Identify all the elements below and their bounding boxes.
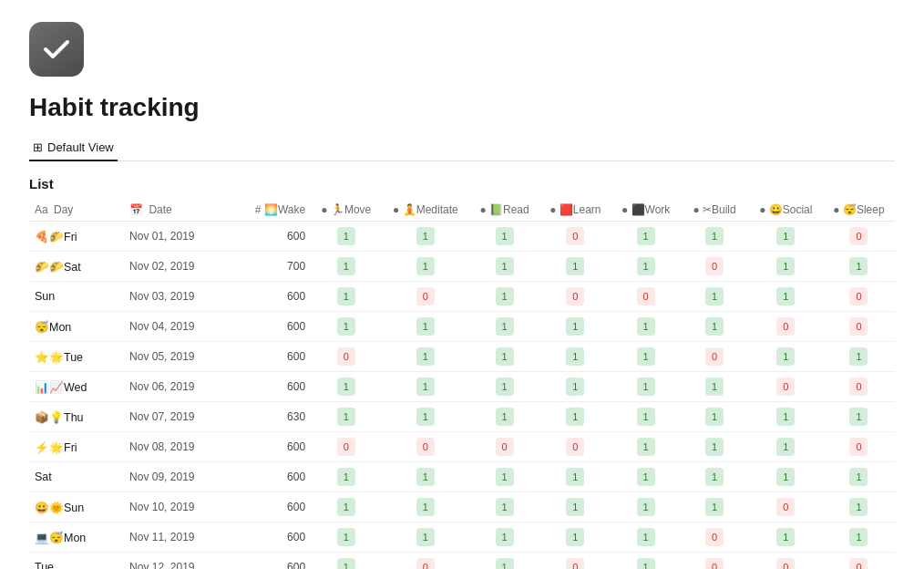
learn-badge: 1 bbox=[566, 347, 584, 366]
cell-move: 1 bbox=[311, 252, 381, 282]
work-badge: 1 bbox=[637, 528, 655, 546]
cell-sleep: 1 bbox=[823, 252, 895, 282]
table-header: Aa Day 📅 Date # 🌅Wake ● 🏃Move ● 🧘Meditat… bbox=[29, 199, 895, 222]
col-header-work: ● ⬛Work bbox=[611, 199, 681, 222]
cell-wake: 600 bbox=[240, 372, 311, 402]
col-header-sleep: ● 😴Sleep bbox=[823, 199, 895, 222]
cell-work: 1 bbox=[611, 252, 681, 282]
cell-move: 1 bbox=[311, 312, 381, 342]
cell-work: 1 bbox=[611, 312, 681, 342]
meditate-badge: 1 bbox=[416, 408, 435, 426]
cell-read: 1 bbox=[469, 282, 539, 312]
cell-work: 1 bbox=[611, 402, 681, 432]
list-header: List bbox=[29, 176, 895, 191]
table-row: 📊📈Wed Nov 06, 2019 600 1 1 1 1 bbox=[29, 372, 895, 402]
cell-work: 1 bbox=[611, 432, 681, 462]
build-badge: 1 bbox=[705, 468, 724, 486]
cell-learn: 1 bbox=[539, 492, 611, 522]
read-badge: 1 bbox=[496, 558, 514, 569]
meditate-badge: 1 bbox=[416, 227, 435, 245]
cell-sleep: 0 bbox=[823, 222, 895, 252]
table-body: 🍕🌮Fri Nov 01, 2019 600 1 1 1 0 bbox=[29, 222, 895, 570]
cell-wake: 600 bbox=[240, 553, 311, 570]
cell-build: 1 bbox=[680, 372, 748, 402]
build-badge: 0 bbox=[705, 257, 724, 275]
cell-meditate: 0 bbox=[382, 282, 470, 312]
cell-work: 0 bbox=[611, 282, 681, 312]
col-header-move: ● 🏃Move bbox=[311, 199, 381, 222]
cell-move: 1 bbox=[311, 372, 381, 402]
learn-badge: 1 bbox=[566, 257, 584, 275]
work-badge: 1 bbox=[637, 438, 655, 456]
cell-work: 1 bbox=[611, 553, 681, 570]
learn-badge: 1 bbox=[566, 317, 584, 336]
view-tab-label: Default View bbox=[47, 140, 114, 154]
cell-date: Nov 08, 2019 bbox=[124, 432, 240, 462]
cell-day: Sun bbox=[29, 282, 124, 312]
sleep-badge: 0 bbox=[849, 378, 868, 396]
cell-sleep: 0 bbox=[823, 282, 895, 312]
app-icon bbox=[29, 22, 84, 77]
cell-day: Sat bbox=[29, 462, 124, 492]
cell-learn: 1 bbox=[539, 312, 611, 342]
work-badge: 1 bbox=[637, 408, 655, 426]
cell-day: ⚡🌟Fri bbox=[29, 432, 124, 462]
move-badge: 1 bbox=[337, 287, 355, 305]
read-badge: 0 bbox=[496, 438, 514, 456]
work-badge: 1 bbox=[637, 227, 655, 245]
default-view-tab[interactable]: ⊞ Default View bbox=[29, 135, 118, 161]
cell-sleep: 0 bbox=[823, 312, 895, 342]
cell-day: ⭐🌟Tue bbox=[29, 342, 124, 372]
table-row: 😴Mon Nov 04, 2019 600 1 1 1 1 bbox=[29, 312, 895, 342]
cell-meditate: 1 bbox=[382, 312, 470, 342]
cell-date: Nov 09, 2019 bbox=[124, 462, 240, 492]
cell-read: 1 bbox=[469, 222, 539, 252]
table-row: Sun Nov 03, 2019 600 1 0 1 0 bbox=[29, 282, 895, 312]
build-badge: 1 bbox=[705, 227, 724, 245]
cell-build: 1 bbox=[680, 402, 748, 432]
cell-build: 1 bbox=[680, 462, 748, 492]
learn-badge: 1 bbox=[566, 528, 584, 546]
cell-work: 1 bbox=[611, 372, 681, 402]
col-header-read: ● 📗Read bbox=[469, 199, 539, 222]
cell-learn: 1 bbox=[539, 372, 611, 402]
cell-move: 1 bbox=[311, 282, 381, 312]
meditate-badge: 1 bbox=[416, 498, 435, 516]
sleep-badge: 0 bbox=[849, 287, 868, 305]
cell-sleep: 1 bbox=[823, 342, 895, 372]
col-header-wake: # 🌅Wake bbox=[240, 199, 311, 222]
table-row: ⚡🌟Fri Nov 08, 2019 600 0 0 0 0 bbox=[29, 432, 895, 462]
learn-badge: 0 bbox=[566, 558, 584, 569]
cell-read: 1 bbox=[469, 312, 539, 342]
build-badge: 0 bbox=[705, 347, 724, 366]
cell-meditate: 1 bbox=[382, 402, 470, 432]
meditate-badge: 1 bbox=[416, 528, 435, 546]
move-badge: 1 bbox=[337, 528, 355, 546]
cell-learn: 0 bbox=[539, 222, 611, 252]
move-badge: 1 bbox=[337, 558, 355, 569]
cell-wake: 600 bbox=[240, 432, 311, 462]
cell-social: 1 bbox=[749, 432, 823, 462]
cell-move: 0 bbox=[311, 342, 381, 372]
table-row: ⭐🌟Tue Nov 05, 2019 600 0 1 1 1 bbox=[29, 342, 895, 372]
sleep-badge: 0 bbox=[849, 438, 868, 456]
read-badge: 1 bbox=[496, 528, 514, 546]
cell-build: 1 bbox=[680, 492, 748, 522]
cell-read: 1 bbox=[469, 462, 539, 492]
cell-learn: 1 bbox=[539, 402, 611, 432]
read-badge: 1 bbox=[496, 257, 514, 275]
page-title: Habit tracking bbox=[29, 93, 895, 122]
cell-wake: 600 bbox=[240, 312, 311, 342]
cell-meditate: 1 bbox=[382, 222, 470, 252]
cell-date: Nov 03, 2019 bbox=[124, 282, 240, 312]
cell-work: 1 bbox=[611, 462, 681, 492]
cell-build: 0 bbox=[680, 522, 748, 553]
move-badge: 1 bbox=[337, 378, 355, 396]
read-badge: 1 bbox=[496, 468, 514, 486]
social-badge: 0 bbox=[776, 317, 795, 336]
cell-read: 1 bbox=[469, 342, 539, 372]
table-row: Tue Nov 12, 2019 600 1 0 1 0 bbox=[29, 553, 895, 570]
cell-day: 😀🌞Sun bbox=[29, 492, 124, 522]
meditate-badge: 0 bbox=[416, 287, 435, 305]
cell-meditate: 1 bbox=[382, 342, 470, 372]
